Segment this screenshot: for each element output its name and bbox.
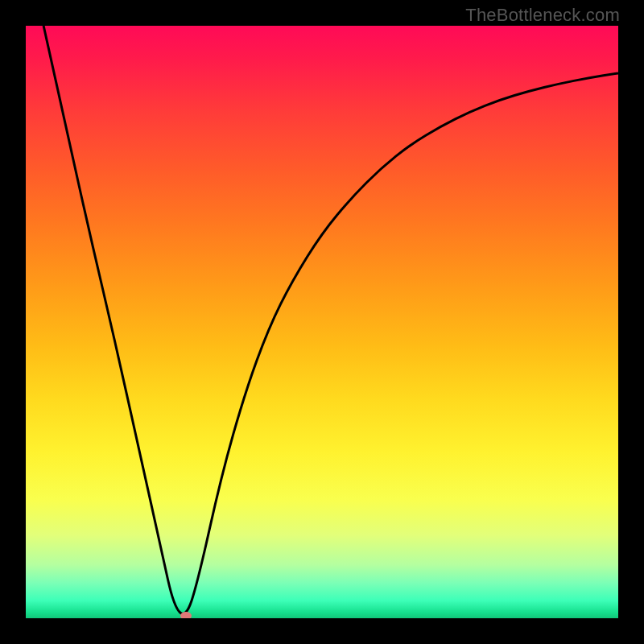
min-marker-icon [180, 612, 192, 618]
watermark-text: TheBottleneck.com [465, 5, 620, 26]
curve-svg [26, 26, 618, 618]
plot-area [26, 26, 618, 618]
chart-frame: TheBottleneck.com [0, 0, 644, 644]
bottleneck-curve [43, 26, 618, 613]
